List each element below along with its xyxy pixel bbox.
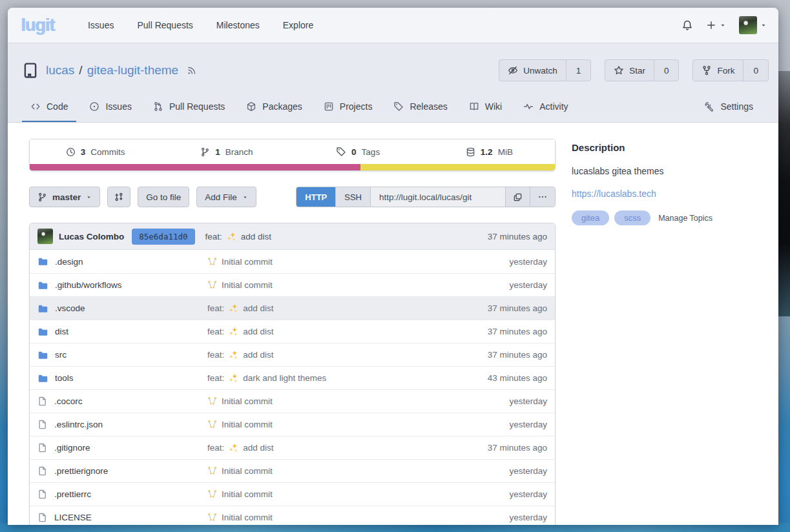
file-name-link[interactable]: dist <box>55 327 68 336</box>
file-row[interactable]: .eslintrc.jsonInitial commityesterday <box>30 413 555 436</box>
pulse-icon <box>523 101 534 112</box>
topic-pill-scss[interactable]: scss <box>614 210 650 225</box>
stat-branch[interactable]: 1Branch <box>161 147 292 157</box>
compare-button[interactable] <box>107 187 130 207</box>
tab-releases[interactable]: Releases <box>385 92 455 122</box>
tab-packages[interactable]: Packages <box>238 92 310 122</box>
notifications-button[interactable] <box>681 19 693 31</box>
file-name-link[interactable]: .prettierignore <box>54 466 108 476</box>
stat-label: Tags <box>362 147 380 157</box>
commit-message-link[interactable]: Initial commit <box>222 489 273 499</box>
stat-value: 1 <box>215 147 220 157</box>
tab-projects[interactable]: Projects <box>315 92 381 122</box>
file-name-link[interactable]: .github/workflows <box>55 280 122 290</box>
add-file-label: Add File <box>205 192 237 202</box>
language-segment-1 <box>360 164 555 170</box>
file-row[interactable]: .github/workflowsInitial commityesterday <box>30 273 555 296</box>
commit-message-link[interactable]: dark and light themes <box>243 373 326 383</box>
fork-count[interactable]: 0 <box>743 60 768 81</box>
file-commit-message-cell: Initial commit <box>207 420 457 429</box>
commit-message-link[interactable]: Initial commit <box>222 513 273 522</box>
file-row[interactable]: .prettierignoreInitial commityesterday <box>30 459 555 482</box>
commit-message-link[interactable]: Initial commit <box>222 466 273 476</box>
commit-author-avatar[interactable] <box>37 229 53 244</box>
tag-icon <box>393 101 404 112</box>
file-row[interactable]: LICENSEInitial commityesterday <box>30 506 555 525</box>
nav-item-milestones[interactable]: Milestones <box>205 20 271 30</box>
nav-item-explore[interactable]: Explore <box>271 20 325 30</box>
commit-message-link[interactable]: Initial commit <box>222 257 273 267</box>
fork-button[interactable]: Fork <box>693 60 743 81</box>
repo-name-link[interactable]: gitea-lugit-theme <box>87 63 179 77</box>
manage-topics-link[interactable]: Manage Topics <box>658 214 712 223</box>
file-name-link[interactable]: LICENSE <box>54 513 92 522</box>
user-menu-button[interactable] <box>739 16 767 34</box>
file-commit-date: yesterday <box>457 396 547 406</box>
create-new-button[interactable] <box>706 20 726 30</box>
commit-message-link[interactable]: feat: add dist <box>205 232 272 241</box>
tab-pull-requests[interactable]: Pull Requests <box>145 92 233 122</box>
file-row[interactable]: .prettierrcInitial commityesterday <box>30 482 555 506</box>
tab-issues[interactable]: Issues <box>81 92 140 122</box>
go-to-file-button[interactable]: Go to file <box>138 187 189 207</box>
add-file-button[interactable]: Add File <box>196 187 256 207</box>
clone-url-input[interactable]: http://lugit.local/lucas/git <box>370 187 505 207</box>
file-row[interactable]: toolsfeat:dark and light themes43 minute… <box>30 366 555 389</box>
file-row[interactable]: .vscodefeat:add dist37 minutes ago <box>30 296 555 320</box>
star-count[interactable]: 0 <box>654 60 679 81</box>
commit-hash-badge[interactable]: 85e6da11d0 <box>132 229 194 245</box>
commit-message-prefix: feat: <box>207 443 224 453</box>
file-commit-date: 43 minutes ago <box>457 373 547 383</box>
file-name-link[interactable]: .cocorc <box>54 396 83 406</box>
unwatch-button[interactable]: Unwatch <box>499 60 566 81</box>
branch-selector[interactable]: master <box>29 187 100 207</box>
clone-ssh-button[interactable]: SSH <box>335 187 370 207</box>
commit-message-link[interactable]: Initial commit <box>222 280 273 290</box>
topic-pill-gitea[interactable]: gitea <box>572 210 609 225</box>
file-commit-date: yesterday <box>457 513 547 522</box>
stat-commits[interactable]: 3Commits <box>30 147 161 157</box>
file-name-link[interactable]: .gitignore <box>54 443 90 453</box>
tab-wiki[interactable]: Wiki <box>461 92 510 122</box>
file-name-link[interactable]: .eslintrc.json <box>54 420 103 429</box>
nav-item-pull-requests[interactable]: Pull Requests <box>125 20 204 30</box>
stat-tags[interactable]: 0Tags <box>293 147 424 157</box>
file-name-link[interactable]: tools <box>55 373 74 383</box>
file-row[interactable]: .cocorcInitial commityesterday <box>30 389 555 413</box>
file-row[interactable]: .gitignorefeat:add dist37 minutes ago <box>30 436 555 459</box>
file-name-link[interactable]: .vscode <box>55 303 85 313</box>
commit-message-link[interactable]: Initial commit <box>222 396 273 406</box>
commit-message-link[interactable]: add dist <box>243 443 273 453</box>
file-row[interactable]: distfeat:add dist37 minutes ago <box>30 320 555 343</box>
star-button[interactable]: Star <box>605 60 654 81</box>
stat-mib[interactable]: 1.2MiB <box>424 147 555 157</box>
folder-icon <box>37 350 48 360</box>
tab-settings[interactable]: Settings <box>696 92 762 122</box>
commit-author-name[interactable]: Lucas Colombo <box>59 232 124 241</box>
repo-owner-link[interactable]: lucas <box>46 63 74 77</box>
repo-separator: / <box>79 63 82 77</box>
unwatch-count[interactable]: 1 <box>566 60 591 81</box>
database-icon <box>466 147 475 157</box>
main-nav: IssuesPull RequestsMilestonesExplore <box>76 20 325 30</box>
file-row[interactable]: .designInitial commityesterday <box>30 250 555 273</box>
file-name-link[interactable]: .design <box>55 257 83 267</box>
tab-activity[interactable]: Activity <box>515 92 576 122</box>
language-bar[interactable] <box>30 164 555 170</box>
file-name-link[interactable]: src <box>55 350 67 360</box>
tab-label: Code <box>47 101 68 112</box>
commit-message-link[interactable]: add dist <box>243 303 273 313</box>
website-link[interactable]: https://lucaslabs.tech <box>572 189 656 199</box>
nav-item-issues[interactable]: Issues <box>76 20 125 30</box>
copy-url-button[interactable] <box>505 187 530 207</box>
commit-message-link[interactable]: add dist <box>243 327 273 336</box>
commit-message-link[interactable]: add dist <box>243 350 273 360</box>
tab-code[interactable]: Code <box>22 92 76 122</box>
file-name-link[interactable]: .prettierrc <box>54 489 91 499</box>
clone-http-button[interactable]: HTTP <box>296 187 335 207</box>
lugit-logo[interactable]: lugit <box>21 15 54 36</box>
commit-message-link[interactable]: Initial commit <box>222 420 273 429</box>
clone-more-button[interactable] <box>530 187 555 207</box>
file-row[interactable]: srcfeat:add dist37 minutes ago <box>30 343 555 366</box>
rss-icon[interactable] <box>187 65 197 76</box>
